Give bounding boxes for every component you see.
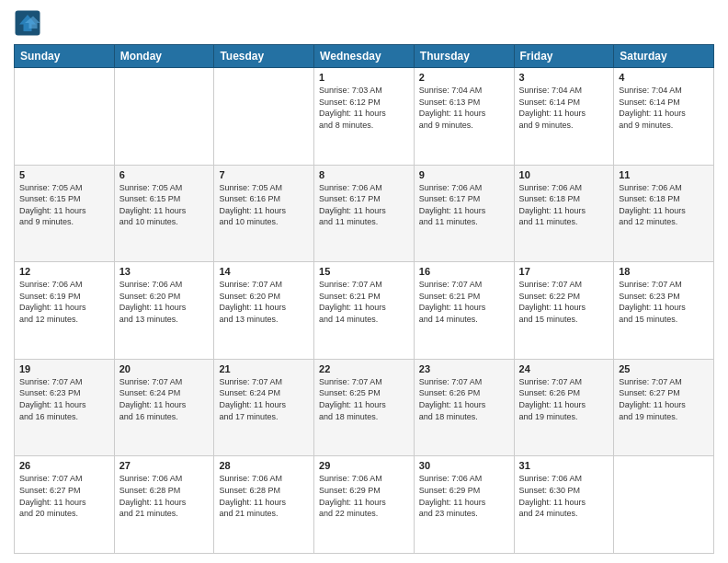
cell-info: Sunrise: 7:04 AM Sunset: 6:13 PM Dayligh…: [419, 85, 509, 131]
calendar-cell: 19Sunrise: 7:07 AM Sunset: 6:23 PM Dayli…: [15, 359, 115, 456]
calendar-cell: 5Sunrise: 7:05 AM Sunset: 6:15 PM Daylig…: [15, 165, 115, 262]
cell-info: Sunrise: 7:06 AM Sunset: 6:19 PM Dayligh…: [19, 279, 109, 325]
cell-info: Sunrise: 7:07 AM Sunset: 6:20 PM Dayligh…: [219, 279, 309, 325]
calendar-day-header: Saturday: [614, 45, 714, 68]
day-number: 21: [219, 363, 309, 374]
cell-info: Sunrise: 7:07 AM Sunset: 6:24 PM Dayligh…: [219, 376, 309, 422]
calendar-day-header: Sunday: [15, 45, 115, 68]
calendar-cell: 30Sunrise: 7:06 AM Sunset: 6:29 PM Dayli…: [414, 456, 514, 554]
day-number: 6: [119, 169, 210, 180]
cell-info: Sunrise: 7:04 AM Sunset: 6:14 PM Dayligh…: [519, 85, 609, 131]
calendar-week-row: 5Sunrise: 7:05 AM Sunset: 6:15 PM Daylig…: [15, 165, 714, 262]
calendar-cell: 14Sunrise: 7:07 AM Sunset: 6:20 PM Dayli…: [214, 262, 314, 360]
day-number: 20: [119, 363, 210, 374]
day-number: 3: [519, 72, 609, 83]
calendar-cell: 25Sunrise: 7:07 AM Sunset: 6:27 PM Dayli…: [614, 359, 714, 456]
cell-info: Sunrise: 7:07 AM Sunset: 6:22 PM Dayligh…: [519, 279, 609, 325]
day-number: 11: [619, 169, 709, 180]
calendar-cell: 11Sunrise: 7:06 AM Sunset: 6:18 PM Dayli…: [614, 165, 714, 262]
cell-info: Sunrise: 7:06 AM Sunset: 6:18 PM Dayligh…: [519, 182, 609, 228]
day-number: 15: [319, 266, 409, 277]
day-number: 10: [519, 169, 609, 180]
cell-info: Sunrise: 7:06 AM Sunset: 6:29 PM Dayligh…: [419, 473, 509, 519]
day-number: 16: [419, 266, 509, 277]
day-number: 24: [519, 363, 609, 374]
cell-info: Sunrise: 7:07 AM Sunset: 6:21 PM Dayligh…: [319, 279, 409, 325]
calendar-day-header: Monday: [114, 45, 214, 68]
calendar-cell: 28Sunrise: 7:06 AM Sunset: 6:28 PM Dayli…: [214, 456, 314, 554]
header: [14, 9, 714, 37]
day-number: 29: [319, 460, 409, 471]
day-number: 26: [19, 460, 109, 471]
calendar-cell: 26Sunrise: 7:07 AM Sunset: 6:27 PM Dayli…: [15, 456, 115, 554]
calendar-cell: 23Sunrise: 7:07 AM Sunset: 6:26 PM Dayli…: [414, 359, 514, 456]
calendar-day-header: Friday: [514, 45, 614, 68]
calendar-cell: 12Sunrise: 7:06 AM Sunset: 6:19 PM Dayli…: [15, 262, 115, 360]
cell-info: Sunrise: 7:06 AM Sunset: 6:29 PM Dayligh…: [319, 473, 409, 519]
day-number: 25: [619, 363, 709, 374]
day-number: 1: [319, 72, 409, 83]
calendar-week-row: 26Sunrise: 7:07 AM Sunset: 6:27 PM Dayli…: [15, 456, 714, 554]
day-number: 4: [619, 72, 709, 83]
calendar-week-row: 1Sunrise: 7:03 AM Sunset: 6:12 PM Daylig…: [15, 68, 714, 166]
day-number: 7: [219, 169, 309, 180]
calendar-cell: 1Sunrise: 7:03 AM Sunset: 6:12 PM Daylig…: [314, 68, 415, 166]
cell-info: Sunrise: 7:05 AM Sunset: 6:15 PM Dayligh…: [119, 182, 210, 228]
calendar-cell: 2Sunrise: 7:04 AM Sunset: 6:13 PM Daylig…: [414, 68, 514, 166]
calendar-cell: 4Sunrise: 7:04 AM Sunset: 6:14 PM Daylig…: [614, 68, 714, 166]
cell-info: Sunrise: 7:07 AM Sunset: 6:25 PM Dayligh…: [319, 376, 409, 422]
calendar-day-header: Thursday: [414, 45, 514, 68]
day-number: 2: [419, 72, 509, 83]
cell-info: Sunrise: 7:06 AM Sunset: 6:28 PM Dayligh…: [219, 473, 309, 519]
cell-info: Sunrise: 7:07 AM Sunset: 6:21 PM Dayligh…: [419, 279, 509, 325]
calendar-cell: 9Sunrise: 7:06 AM Sunset: 6:17 PM Daylig…: [414, 165, 514, 262]
calendar-cell: 27Sunrise: 7:06 AM Sunset: 6:28 PM Dayli…: [114, 456, 214, 554]
calendar-cell: 31Sunrise: 7:06 AM Sunset: 6:30 PM Dayli…: [514, 456, 614, 554]
calendar-cell: 29Sunrise: 7:06 AM Sunset: 6:29 PM Dayli…: [314, 456, 415, 554]
day-number: 9: [419, 169, 509, 180]
day-number: 5: [19, 169, 109, 180]
calendar-cell: 16Sunrise: 7:07 AM Sunset: 6:21 PM Dayli…: [414, 262, 514, 360]
cell-info: Sunrise: 7:07 AM Sunset: 6:24 PM Dayligh…: [119, 376, 210, 422]
cell-info: Sunrise: 7:04 AM Sunset: 6:14 PM Dayligh…: [619, 85, 709, 131]
day-number: 30: [419, 460, 509, 471]
cell-info: Sunrise: 7:07 AM Sunset: 6:27 PM Dayligh…: [19, 473, 109, 519]
calendar-header-row: SundayMondayTuesdayWednesdayThursdayFrid…: [15, 45, 714, 68]
day-number: 27: [119, 460, 210, 471]
cell-info: Sunrise: 7:06 AM Sunset: 6:20 PM Dayligh…: [119, 279, 210, 325]
calendar-cell: 18Sunrise: 7:07 AM Sunset: 6:23 PM Dayli…: [614, 262, 714, 360]
calendar-cell: 6Sunrise: 7:05 AM Sunset: 6:15 PM Daylig…: [114, 165, 214, 262]
cell-info: Sunrise: 7:07 AM Sunset: 6:23 PM Dayligh…: [619, 279, 709, 325]
day-number: 31: [519, 460, 609, 471]
cell-info: Sunrise: 7:03 AM Sunset: 6:12 PM Dayligh…: [319, 85, 409, 131]
calendar-cell: 20Sunrise: 7:07 AM Sunset: 6:24 PM Dayli…: [114, 359, 214, 456]
day-number: 14: [219, 266, 309, 277]
day-number: 18: [619, 266, 709, 277]
calendar-cell: 10Sunrise: 7:06 AM Sunset: 6:18 PM Dayli…: [514, 165, 614, 262]
calendar-table: SundayMondayTuesdayWednesdayThursdayFrid…: [14, 44, 714, 554]
calendar-cell: 22Sunrise: 7:07 AM Sunset: 6:25 PM Dayli…: [314, 359, 415, 456]
calendar-cell: [614, 456, 714, 554]
day-number: 12: [19, 266, 109, 277]
cell-info: Sunrise: 7:07 AM Sunset: 6:26 PM Dayligh…: [419, 376, 509, 422]
calendar-cell: 24Sunrise: 7:07 AM Sunset: 6:26 PM Dayli…: [514, 359, 614, 456]
calendar-cell: 15Sunrise: 7:07 AM Sunset: 6:21 PM Dayli…: [314, 262, 415, 360]
calendar-cell: 8Sunrise: 7:06 AM Sunset: 6:17 PM Daylig…: [314, 165, 415, 262]
calendar-cell: 21Sunrise: 7:07 AM Sunset: 6:24 PM Dayli…: [214, 359, 314, 456]
logo-icon: [14, 9, 41, 37]
calendar-week-row: 12Sunrise: 7:06 AM Sunset: 6:19 PM Dayli…: [15, 262, 714, 360]
calendar-cell: [114, 68, 214, 166]
calendar-cell: 3Sunrise: 7:04 AM Sunset: 6:14 PM Daylig…: [514, 68, 614, 166]
day-number: 23: [419, 363, 509, 374]
calendar-cell: 7Sunrise: 7:05 AM Sunset: 6:16 PM Daylig…: [214, 165, 314, 262]
day-number: 8: [319, 169, 409, 180]
cell-info: Sunrise: 7:05 AM Sunset: 6:16 PM Dayligh…: [219, 182, 309, 228]
calendar-cell: 13Sunrise: 7:06 AM Sunset: 6:20 PM Dayli…: [114, 262, 214, 360]
cell-info: Sunrise: 7:07 AM Sunset: 6:23 PM Dayligh…: [19, 376, 109, 422]
calendar-week-row: 19Sunrise: 7:07 AM Sunset: 6:23 PM Dayli…: [15, 359, 714, 456]
cell-info: Sunrise: 7:07 AM Sunset: 6:27 PM Dayligh…: [619, 376, 709, 422]
cell-info: Sunrise: 7:06 AM Sunset: 6:18 PM Dayligh…: [619, 182, 709, 228]
cell-info: Sunrise: 7:06 AM Sunset: 6:17 PM Dayligh…: [419, 182, 509, 228]
page: SundayMondayTuesdayWednesdayThursdayFrid…: [0, 0, 728, 563]
day-number: 13: [119, 266, 210, 277]
